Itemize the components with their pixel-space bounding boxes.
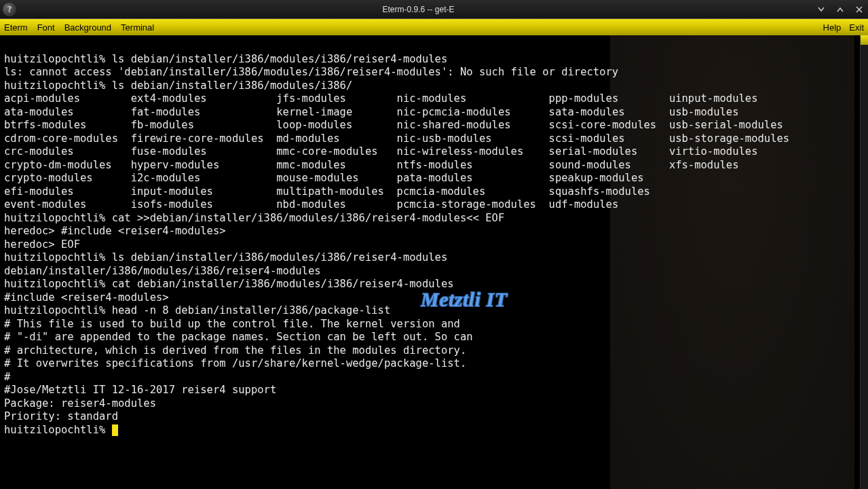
head-output-line: # architecture, which is derived from th… [4, 344, 466, 357]
ls-column-2: ext4-modules fat-modules fb-modules fire… [131, 92, 277, 212]
heredoc-line: heredoc> EOF [4, 238, 80, 251]
ls-column-1: acpi-modules ata-modules btrfs-modules c… [4, 92, 131, 212]
head-output-line: Package: reiser4-modules [4, 397, 156, 410]
minimize-button[interactable] [815, 3, 827, 16]
terminal-area[interactable]: Metztli IT huitzilopochtli% ls debian/in… [0, 35, 868, 489]
system-menu-icon[interactable]: ? [3, 3, 16, 16]
cursor [112, 424, 118, 436]
ls-column-3: jfs-modules kernel-image loop-modules md… [276, 92, 396, 212]
command-cat: cat debian/installer/i386/modules/i386/r… [112, 278, 454, 290]
menu-font[interactable]: Font [37, 22, 55, 33]
command-head: head -n 8 debian/installer/i386/package-… [112, 304, 391, 316]
close-button[interactable] [853, 3, 865, 16]
ls-column-5: ppp-modules sata-modules scsi-core-modul… [549, 92, 669, 212]
scrollbar[interactable] [860, 35, 868, 489]
head-output-line: # It overwrites specifications from /usr… [4, 357, 466, 369]
prompt: huitzilopochtli% [4, 251, 105, 264]
head-output-line: # This file is used to build up the cont… [4, 318, 460, 330]
prompt: huitzilopochtli% [4, 278, 105, 290]
head-output-line: # "-di" are appended to the package name… [4, 331, 473, 343]
command-ls2: ls debian/installer/i386/modules/i386/ [112, 79, 353, 92]
head-output-line: # [4, 371, 10, 383]
output-ls: debian/installer/i386/modules/i386/reise… [4, 265, 321, 277]
titlebar: ? Eterm-0.9.6 -- get-E [0, 0, 868, 19]
command-ls1: ls debian/installer/i386/modules/i386/re… [112, 53, 448, 65]
menubar: Eterm Font Background Terminal Help Exit [0, 19, 868, 35]
menu-exit[interactable]: Exit [849, 22, 864, 33]
terminal-content: huitzilopochtli% ls debian/installer/i38… [0, 35, 868, 441]
prompt: huitzilopochtli% [4, 424, 105, 436]
prompt: huitzilopochtli% [4, 53, 105, 65]
command-ls3: ls debian/installer/i386/modules/i386/re… [112, 251, 448, 264]
prompt: huitzilopochtli% [4, 79, 105, 92]
maximize-button[interactable] [834, 3, 846, 16]
prompt: huitzilopochtli% [4, 212, 105, 224]
prompt: huitzilopochtli% [4, 304, 105, 316]
scrollbar-thumb[interactable] [861, 35, 868, 45]
output-cat: #include <reiser4-modules> [4, 291, 169, 304]
ls-column-4: nic-modules nic-pcmcia-modules nic-share… [397, 92, 549, 212]
heredoc-line: heredoc> #include <reiser4-modules> [4, 225, 226, 237]
window-title: Eterm-0.9.6 -- get-E [22, 5, 815, 14]
menu-background[interactable]: Background [64, 22, 111, 33]
head-output-line: Priority: standard [4, 410, 118, 422]
menu-eterm[interactable]: Eterm [4, 22, 28, 33]
menu-help[interactable]: Help [823, 22, 842, 33]
command-cat-heredoc: cat >>debian/installer/i386/modules/i386… [112, 212, 505, 224]
ls-column-6: uinput-modules usb-modules usb-serial-mo… [669, 92, 789, 212]
head-output-line: #Jose/Metztli IT 12-16-2017 reiser4 supp… [4, 384, 276, 396]
menu-terminal[interactable]: Terminal [121, 22, 154, 33]
output-error: ls: cannot access 'debian/installer/i386… [4, 66, 618, 78]
